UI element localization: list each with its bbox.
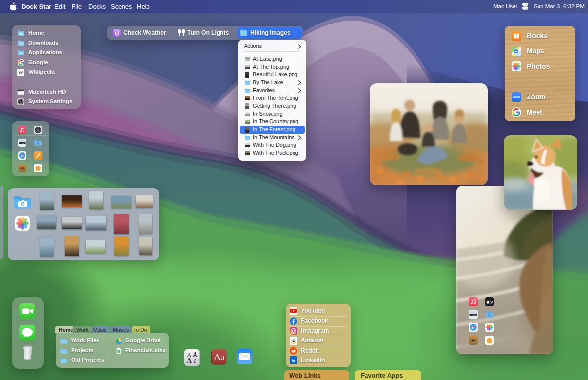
svg-text:a: a bbox=[292, 337, 295, 343]
svg-text:A: A bbox=[187, 357, 192, 364]
svg-text:in: in bbox=[292, 359, 295, 363]
svg-text:a: a bbox=[194, 357, 197, 364]
svg-text:Aa: Aa bbox=[214, 352, 225, 362]
svg-text:zoom: zoom bbox=[513, 95, 519, 98]
